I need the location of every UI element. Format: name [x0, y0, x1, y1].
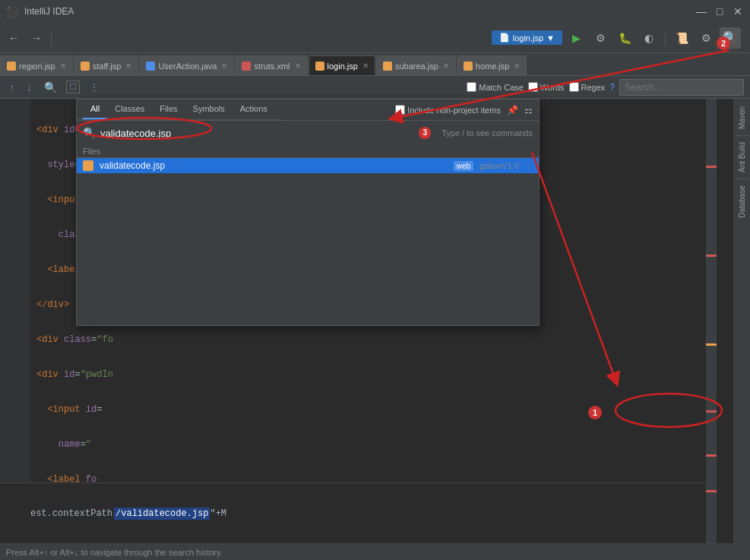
- debug-button[interactable]: 🐛: [614, 27, 635, 49]
- scrollbar-gutter[interactable]: [706, 99, 717, 543]
- match-case-option[interactable]: Match Case: [467, 82, 524, 92]
- words-option[interactable]: Words: [528, 82, 565, 92]
- main-toolbar: ← → 📄 login.jsp ▼ ▶ ⚙ 🐛 ◐ 📜 ⚙ 🔍: [0, 23, 750, 53]
- include-non-project-checkbox[interactable]: [395, 105, 405, 115]
- popup-tab-all[interactable]: All: [83, 100, 107, 119]
- pin-icon[interactable]: 📌: [507, 105, 518, 115]
- tab-close-icon[interactable]: ✕: [514, 62, 520, 70]
- minimize-button[interactable]: —: [695, 5, 707, 17]
- popup-search-input[interactable]: [100, 124, 414, 142]
- build-button[interactable]: ⚙: [590, 27, 611, 49]
- popup-tab-files[interactable]: Files: [152, 100, 185, 119]
- file-icon-java: [146, 62, 155, 71]
- popup-result-row[interactable]: validatecode.jsp web gzbosV1.0 ⋮: [77, 158, 539, 173]
- find-bar: ↑ ↓ 🔍 ☐ ⋮ Match Case Words Regex ?: [0, 76, 750, 99]
- search-options: Match Case Words Regex ?: [467, 79, 744, 96]
- tab-close-icon[interactable]: ✕: [443, 62, 449, 70]
- result-location: gzbosV1.0: [479, 161, 519, 170]
- toolbar-separator: [51, 30, 52, 46]
- result-file-icon: [83, 160, 93, 171]
- bottom-code-area: est.contextPath /validatecode.jsp " +M: [0, 482, 706, 543]
- tab-close-icon[interactable]: ✕: [362, 62, 369, 70]
- toolbar-sep-2: [665, 30, 666, 46]
- tab-staff-jsp[interactable]: staff.jsp ✕: [74, 55, 139, 75]
- file-icon-jsp: [315, 62, 324, 71]
- vcs-button[interactable]: 📜: [671, 27, 692, 49]
- tab-label: login.jsp: [328, 62, 358, 71]
- tab-login-jsp[interactable]: login.jsp ✕: [309, 55, 375, 75]
- badge-1: 1: [588, 406, 602, 419]
- chevron-down-icon: ▼: [546, 33, 555, 43]
- popup-empty-area: [77, 173, 539, 325]
- tab-close-icon[interactable]: ✕: [221, 62, 227, 70]
- code-line: <div class="fo: [36, 333, 727, 346]
- highlight-button[interactable]: ☐: [66, 81, 80, 93]
- include-non-project-option[interactable]: Include non-project items: [395, 105, 501, 115]
- scroll-mark-1: [706, 166, 717, 168]
- file-icon-jsp: [81, 62, 90, 71]
- scroll-mark-5: [706, 454, 717, 457]
- tab-label: subarea.jsp: [395, 62, 438, 71]
- popup-results-header: Files: [77, 145, 539, 158]
- filter-button[interactable]: ⋮: [86, 80, 103, 95]
- back-button[interactable]: ←: [3, 27, 24, 49]
- tab-subarea-jsp[interactable]: subarea.jsp ✕: [376, 55, 456, 75]
- tab-struts-xml[interactable]: struts.xml ✕: [235, 55, 307, 75]
- tab-home-jsp[interactable]: home.jsp ✕: [457, 55, 527, 75]
- file-icon-jsp: [464, 62, 473, 71]
- close-button[interactable]: ✕: [732, 5, 744, 17]
- scroll-mark-6: [706, 490, 717, 492]
- filter-icon[interactable]: ⚏: [524, 105, 533, 115]
- tab-useraction-java[interactable]: UserAction.java ✕: [139, 55, 234, 75]
- regex-option[interactable]: Regex: [569, 82, 606, 92]
- regex-help-icon[interactable]: ?: [609, 82, 615, 93]
- ant-build-label[interactable]: Ant Build: [736, 138, 748, 177]
- tab-close-icon[interactable]: ✕: [60, 62, 66, 70]
- maven-label[interactable]: Maven: [736, 102, 748, 134]
- tab-label: struts.xml: [254, 62, 290, 71]
- coverage-button[interactable]: ◐: [638, 27, 660, 49]
- tab-region-jsp[interactable]: region.jsp ✕: [0, 55, 73, 75]
- popup-tabs: All Classes Files Symbols Actions: [77, 100, 281, 120]
- title-bar: ⬛ IntelliJ IDEA — □ ✕: [0, 0, 750, 23]
- match-case-checkbox[interactable]: [467, 82, 476, 92]
- find-usages-button[interactable]: 🔍: [41, 80, 60, 95]
- words-checkbox[interactable]: [528, 82, 538, 92]
- search-popup: All Classes Files Symbols Actions Includ…: [76, 99, 540, 326]
- scroll-mark-4: [706, 410, 717, 413]
- words-label: Words: [540, 83, 565, 92]
- badge-2: 2: [717, 36, 730, 50]
- tab-label: UserAction.java: [158, 62, 217, 71]
- settings-button[interactable]: ⚙: [695, 27, 717, 49]
- tab-close-icon[interactable]: ✕: [125, 62, 131, 70]
- run-button[interactable]: ▶: [565, 27, 587, 49]
- file-indicator-label: login.jsp: [513, 33, 543, 43]
- regex-checkbox[interactable]: [569, 82, 579, 92]
- popup-search-icon: 🔍: [83, 127, 96, 139]
- popup-tab-classes[interactable]: Classes: [107, 100, 152, 119]
- nav-down-button[interactable]: ↓: [24, 80, 35, 95]
- code-line: name=": [36, 438, 727, 451]
- popup-tabs-row: All Classes Files Symbols Actions Includ…: [77, 100, 539, 121]
- status-text: Press Alt+↑ or Alt+↓ to navigate through…: [6, 548, 223, 557]
- nav-up-button[interactable]: ↑: [6, 80, 17, 95]
- popup-tab-symbols[interactable]: Symbols: [185, 100, 233, 119]
- suffix-text: ": [210, 508, 215, 519]
- result-file-name: validatecode.jsp: [100, 160, 448, 171]
- equals-text: +M: [216, 508, 226, 519]
- file-icon-jsp: [383, 62, 392, 71]
- forward-button[interactable]: →: [26, 27, 47, 49]
- file-indicator[interactable]: 📄 login.jsp ▼: [492, 30, 562, 45]
- right-sidebar: Maven Ant Build Database: [733, 99, 750, 560]
- popup-tab-actions[interactable]: Actions: [233, 100, 275, 119]
- context-path-text: est.contextPath: [30, 508, 112, 519]
- status-bar: Press Alt+↑ or Alt+↓ to navigate through…: [0, 543, 750, 560]
- title-bar-title: IntelliJ IDEA: [24, 6, 74, 17]
- find-input[interactable]: [619, 79, 744, 96]
- code-line: <div id="pwdIn: [36, 368, 727, 381]
- database-label[interactable]: Database: [736, 181, 748, 223]
- tab-close-icon[interactable]: ✕: [295, 62, 301, 70]
- match-case-label: Match Case: [479, 83, 524, 92]
- maximize-button[interactable]: □: [714, 5, 726, 17]
- sidebar-divider: [736, 135, 749, 136]
